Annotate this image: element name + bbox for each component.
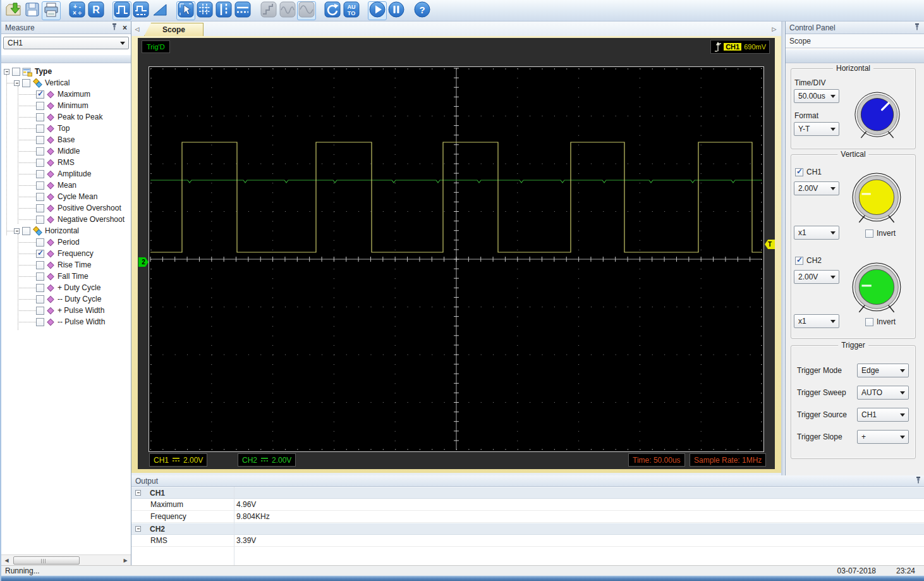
tree-checkbox[interactable] (36, 159, 44, 167)
reference-button[interactable]: R (87, 1, 106, 20)
trigger-level-marker[interactable]: T (765, 240, 775, 249)
tree-item-cycle-mean[interactable]: Cycle Mean (1, 191, 131, 202)
import-button[interactable] (4, 1, 23, 20)
tree-item-amplitude[interactable]: Amplitude (1, 168, 131, 180)
tree-checkbox[interactable] (36, 250, 44, 258)
tree-checkbox[interactable] (36, 102, 44, 110)
tree-checkbox[interactable] (36, 181, 44, 190)
math-button[interactable]: + -× ÷ (68, 1, 87, 20)
close-icon[interactable]: × (123, 23, 127, 32)
tree-checkbox[interactable] (36, 216, 44, 224)
tree-checkbox[interactable] (36, 113, 44, 121)
tree-checkbox[interactable] (12, 68, 20, 76)
horizontal-cursors-button[interactable] (233, 1, 252, 20)
tree-expander[interactable] (14, 80, 20, 86)
tree-checkbox[interactable] (36, 125, 44, 133)
tree-item-pulse-width[interactable]: -- Pulse Width (1, 316, 131, 327)
ch2-probe-select[interactable]: x1 (794, 314, 839, 328)
tree-checkbox[interactable] (36, 147, 44, 156)
tree-item-middle[interactable]: Middle (1, 145, 131, 157)
time-div-select[interactable]: 50.00us (794, 89, 839, 103)
tree-checkbox[interactable] (36, 295, 44, 303)
ch2-scale-select[interactable]: 2.00V (794, 270, 839, 284)
tree-item-positive-overshoot[interactable]: Positive Overshoot (1, 202, 131, 214)
ch2-invert-checkbox[interactable] (865, 318, 873, 326)
tree-checkbox[interactable] (36, 261, 44, 269)
ch1-position-knob[interactable] (851, 172, 902, 226)
tree-expander[interactable] (14, 228, 20, 234)
tree-checkbox[interactable] (36, 193, 44, 201)
horizontal-position-knob[interactable] (854, 91, 901, 142)
grid-button[interactable] (195, 1, 214, 20)
ch1-probe-select[interactable]: x1 (794, 226, 839, 240)
trigger-sweep-select[interactable]: AUTO (857, 386, 909, 400)
ch2-position-knob[interactable] (851, 262, 902, 316)
tree-item-frequency[interactable]: Frequency (1, 248, 131, 259)
ch1-scale-select[interactable]: 2.00V (794, 181, 839, 195)
ch1-invert-checkbox[interactable] (865, 229, 873, 238)
tree-checkbox[interactable] (36, 238, 44, 247)
tree-expander[interactable] (4, 69, 9, 75)
tree-item-rms[interactable]: RMS (1, 157, 131, 168)
tree-item-duty-cycle[interactable]: + Duty Cycle (1, 282, 131, 293)
tree-item-minimum[interactable]: Minimum (1, 100, 131, 111)
tree-checkbox[interactable] (22, 79, 30, 87)
tree-item-rise-time[interactable]: Rise Time (1, 259, 131, 271)
trigger-slope-select[interactable]: + (857, 430, 909, 444)
tree-item-duty-cycle[interactable]: -- Duty Cycle (1, 293, 131, 305)
print-button[interactable] (42, 1, 61, 20)
sine-wave-button[interactable] (297, 1, 316, 20)
pulse-measure-button[interactable] (112, 1, 131, 20)
tree-item-horizontal[interactable]: Horizontal (1, 225, 131, 236)
ch2-enable-checkbox[interactable] (795, 257, 803, 265)
trigger-mode-select[interactable]: Edge (857, 364, 909, 377)
tree-item-peak-to-peak[interactable]: Peak to Peak (1, 111, 131, 123)
tree-checkbox[interactable] (36, 170, 44, 178)
tree-checkbox[interactable] (36, 136, 44, 144)
tab-scroll-right-icon[interactable]: ▷ (770, 24, 779, 34)
tree-checkbox[interactable] (36, 204, 44, 212)
scroll-right-icon[interactable]: ▶ (120, 556, 131, 565)
sine-wave-small-button[interactable] (278, 1, 297, 20)
help-button[interactable]: ? (413, 1, 432, 20)
scroll-left-icon[interactable]: ◀ (1, 556, 12, 565)
ramp-button[interactable] (150, 1, 169, 20)
measure-horizontal-scrollbar[interactable]: ◀ ▶ (1, 554, 131, 565)
tree-item-maximum[interactable]: Maximum (1, 89, 131, 100)
scrollbar-thumb[interactable] (13, 556, 80, 565)
cursor-select-button[interactable] (176, 1, 195, 20)
pin-icon[interactable] (111, 23, 118, 32)
tree-item-period[interactable]: Period (1, 236, 131, 248)
tree-item-mean[interactable]: Mean (1, 180, 131, 191)
save-button[interactable] (23, 1, 42, 20)
format-select[interactable]: Y-T (794, 122, 839, 136)
group-expander[interactable] (135, 526, 141, 532)
pause-button[interactable] (387, 1, 406, 20)
vertical-cursors-button[interactable] (214, 1, 233, 20)
step-wave-button[interactable] (259, 1, 278, 20)
trigger-source-select[interactable]: CH1 (857, 408, 909, 422)
tree-item-vertical[interactable]: Vertical (1, 77, 131, 89)
tree-checkbox[interactable] (36, 284, 44, 292)
pulse-baseline-button[interactable] (131, 1, 150, 20)
tree-item-fall-time[interactable]: Fall Time (1, 271, 131, 282)
auto-setup-button[interactable]: AUTO (342, 1, 361, 20)
tree-item-base[interactable]: Base (1, 134, 131, 145)
tree-item-pulse-width[interactable]: + Pulse Width (1, 305, 131, 316)
tree-item-type[interactable]: Type (1, 66, 131, 77)
tab-scope[interactable]: Scope (144, 23, 204, 36)
tab-scroll-left-icon[interactable]: ◁ (133, 24, 142, 34)
refresh-button[interactable] (323, 1, 342, 20)
pin-icon[interactable] (915, 476, 921, 486)
tree-checkbox[interactable] (36, 318, 44, 326)
tree-checkbox[interactable] (36, 90, 44, 99)
group-expander[interactable] (135, 490, 141, 496)
ch1-enable-checkbox[interactable] (795, 168, 803, 176)
pin-icon[interactable] (914, 23, 920, 32)
tree-checkbox[interactable] (22, 227, 30, 235)
tree-checkbox[interactable] (36, 307, 44, 315)
tree-item-negative-overshoot[interactable]: Negative Overshoot (1, 214, 131, 225)
tree-item-top[interactable]: Top (1, 123, 131, 134)
start-button[interactable] (368, 1, 387, 20)
ch2-ground-marker[interactable]: 2 (138, 257, 149, 267)
